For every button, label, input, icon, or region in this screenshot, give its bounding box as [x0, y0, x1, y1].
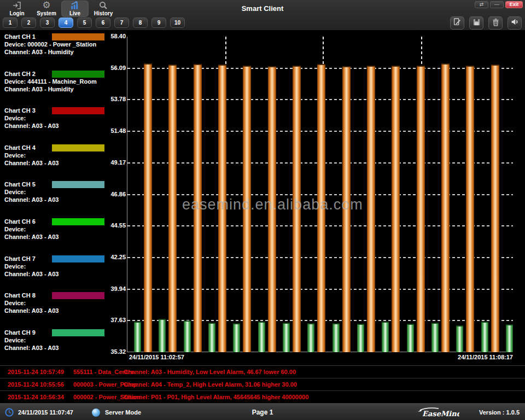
bar-green-1: [134, 322, 141, 352]
bar-green-15: [481, 322, 488, 352]
y-tick-label: 44.55: [102, 222, 126, 229]
bar-orange-13: [441, 63, 450, 352]
speaker-icon: [510, 18, 519, 28]
channel-device: Device:: [4, 337, 127, 345]
bar-orange-4: [218, 65, 226, 352]
y-tick-label: 37.63: [102, 317, 126, 323]
delete-button[interactable]: [488, 16, 503, 30]
bar-orange-6: [268, 66, 276, 352]
nav-login-label: Login: [3, 10, 31, 16]
mute-button[interactable]: [508, 16, 522, 30]
switch-view-icon[interactable]: ⇄: [475, 1, 488, 8]
bar-green-7: [283, 323, 290, 352]
nav-history-label: History: [90, 10, 117, 16]
nav-history-button[interactable]: History: [90, 1, 117, 17]
tab-9[interactable]: 9: [151, 18, 166, 28]
channel-channel: Channel: A03 - A03: [4, 196, 127, 204]
bar-green-8: [307, 323, 314, 352]
bar-chart-plot: easemind.en.alibaba.com: [127, 37, 513, 352]
exit-button[interactable]: Exit: [505, 1, 523, 8]
time-guide-line: [421, 37, 422, 68]
bar-green-13: [431, 323, 439, 352]
y-tick-label: 51.48: [102, 127, 126, 134]
y-tick-label: 46.86: [102, 191, 126, 197]
channel-color-swatch: [52, 71, 104, 78]
tab-1[interactable]: 1: [3, 18, 18, 28]
channel-item-2[interactable]: Chart CH 2Device: 444111 - Machine_RoomC…: [4, 71, 127, 94]
y-tick-label: 42.25: [102, 254, 126, 260]
nav-live-label: Live: [61, 10, 89, 16]
version-label: Version : 1.0.5: [479, 409, 520, 416]
nav-live-button[interactable]: Live: [61, 1, 89, 17]
header: Login ⚙ System Live History Smart Client…: [0, 0, 525, 31]
bar-orange-7: [293, 66, 301, 352]
bar-green-5: [233, 323, 240, 352]
bar-orange-2: [168, 65, 177, 352]
channel-color-swatch: [52, 255, 104, 262]
bar-orange-11: [392, 66, 400, 352]
toolbar: [450, 16, 522, 30]
tab-3[interactable]: 3: [40, 18, 55, 28]
alarm-time: 2015-11-24 10:56:34: [8, 394, 64, 400]
channel-device: Device:: [4, 263, 127, 271]
tab-5[interactable]: 5: [77, 18, 92, 28]
alarm-row-2[interactable]: 2015-11-24 10:55:56000003 - Power_PumpCh…: [0, 378, 525, 391]
edit-icon: [453, 18, 462, 28]
x-axis-start-label: 24/11/2015 11:02:57: [129, 354, 184, 360]
channel-color-swatch: [52, 107, 104, 114]
y-tick-label: 53.78: [102, 96, 126, 102]
x-axis-end-label: 24/11/2015 11:08:17: [458, 354, 513, 360]
history-search-icon: [90, 1, 117, 10]
bar-green-6: [258, 322, 265, 352]
channel-channel: Channel: A03 - Humidity: [4, 86, 127, 94]
brand-text: EaseMind: [422, 410, 459, 418]
window-controls: ⇄ ― Exit: [475, 1, 523, 8]
alarm-time: 2015-11-24 10:57:49: [8, 369, 64, 375]
nav-system-button[interactable]: ⚙ System: [33, 1, 60, 17]
bar-green-10: [357, 324, 364, 352]
status-bar: 24/11/2015 11:07:47 Server Mode Page 1 E…: [0, 404, 525, 420]
tab-8[interactable]: 8: [133, 18, 148, 28]
bar-orange-1: [144, 63, 152, 352]
channel-device: Device:: [4, 152, 127, 160]
nav-login-button[interactable]: Login: [3, 1, 31, 17]
tab-6[interactable]: 6: [96, 18, 110, 28]
save-button[interactable]: [469, 16, 483, 30]
bar-orange-12: [417, 66, 425, 352]
chart-main-area: Chart CH 1Device: 000002 - Power _Statio…: [0, 31, 525, 365]
tab-10[interactable]: 10: [170, 18, 185, 28]
y-tick-label: 49.17: [102, 159, 126, 166]
bar-green-11: [382, 322, 389, 352]
channel-device: Device: 000002 - Power _Station: [4, 41, 127, 49]
alarm-row-1[interactable]: 2015-11-24 10:57:49555111 - Data_CentreC…: [0, 366, 525, 378]
channel-color-swatch: [52, 329, 104, 336]
bar-orange-9: [342, 66, 351, 352]
save-icon: [472, 18, 481, 28]
bar-orange-14: [466, 66, 474, 352]
channel-color-swatch: [52, 292, 104, 299]
channel-channel: Channel: A03 - A03: [4, 271, 127, 278]
tab-7[interactable]: 7: [114, 18, 129, 28]
bar-green-3: [184, 320, 191, 352]
trash-icon: [492, 18, 500, 28]
tab-bar: 12345678910: [3, 18, 185, 28]
alarm-message: Channel: P01 - P01, High Level Alarm, 45…: [124, 394, 308, 400]
channel-device: Device: 444111 - Machine_Room: [4, 78, 127, 86]
channel-device: Device:: [4, 115, 127, 122]
channel-item-8[interactable]: Chart CH 8Device:Channel: A03 - A03: [4, 292, 127, 315]
nav-system-label: System: [33, 10, 60, 16]
minimize-icon[interactable]: ―: [490, 1, 504, 8]
channel-item-3[interactable]: Chart CH 3Device:Channel: A03 - A03: [4, 107, 127, 130]
alarm-row-3[interactable]: 2015-11-24 10:56:34000002 - Power_Statio…: [0, 391, 525, 404]
edit-button[interactable]: [450, 16, 464, 30]
tab-4[interactable]: 4: [59, 18, 73, 28]
bar-orange-3: [194, 64, 202, 352]
brand-logo: EaseMind: [417, 406, 459, 420]
bar-green-16: [506, 324, 513, 352]
channel-color-swatch: [52, 33, 104, 40]
bar-orange-5: [243, 66, 251, 352]
login-icon: [3, 1, 31, 10]
y-tick-label: 56.09: [102, 65, 126, 71]
tab-2[interactable]: 2: [21, 18, 36, 28]
time-guide-line: [225, 37, 226, 68]
